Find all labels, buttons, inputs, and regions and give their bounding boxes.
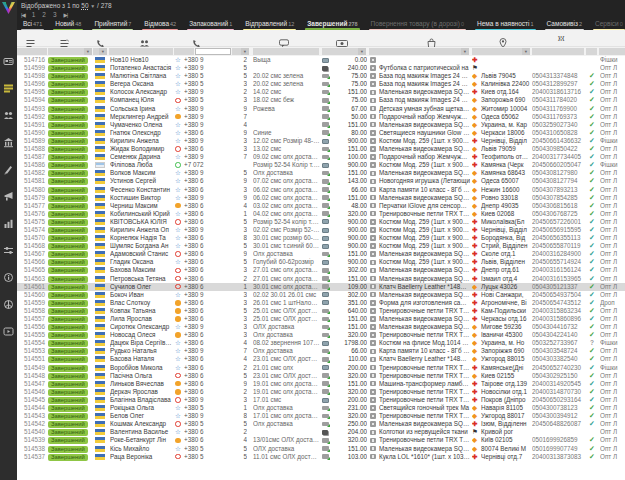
table-row[interactable]: 514596 Завершений Вегера Оксана ☆ +380 5… xyxy=(17,80,625,88)
table-row[interactable]: 514566 Завершений Гладик Оксана ☆ +380 6… xyxy=(17,258,625,266)
table-row[interactable]: 514555 Завершений Новосад Олеся +380 6 3… xyxy=(17,331,625,339)
check-cell: ✓ xyxy=(586,161,598,169)
table-row[interactable]: 514549 Завершений Воробйов Микола ☆ +380… xyxy=(17,364,625,372)
table-row[interactable]: 514547 Завершений Линьков Вячеслав +380 … xyxy=(17,380,625,388)
table-row[interactable]: 514574 Завершений Кирилич Анжела Оп ☆ +3… xyxy=(17,226,625,234)
table-row[interactable]: 514590 Завершений Гнатюк Олексндр ☆ +380… xyxy=(17,129,625,137)
count-cell: 9 xyxy=(215,194,247,202)
sidebar-item-id-card[interactable] xyxy=(0,48,17,75)
table-row[interactable]: 514558 Завершений Ковпак Татьяна +380 6 … xyxy=(17,307,625,315)
source-cell: ☆ xyxy=(175,445,183,453)
table-row[interactable]: 514545 Завершений Благінна Владіслава +3… xyxy=(17,396,625,404)
filter-order-id[interactable] xyxy=(17,48,47,55)
table-row[interactable]: 514538 Завершений Кісь Михайло ☆ +380 5 … xyxy=(17,445,625,453)
table-row[interactable]: 514576 Завершений Кобилинський Юрий ☆ +3… xyxy=(17,210,625,218)
table-row[interactable]: 514582 Завершений Волков Максим ☆ +380 9… xyxy=(17,169,625,177)
page-2-button[interactable]: 2 xyxy=(42,11,46,18)
source-cell: ☆ xyxy=(175,412,183,420)
filter-price-caret-icon[interactable]: ▾ xyxy=(358,48,366,55)
source-icon: ☆ xyxy=(175,194,181,202)
sidebar-item-crm-hand[interactable] xyxy=(0,156,17,183)
table-row[interactable]: 514716 Завершений Нов10 Нов10 ☆ +380 9 2… xyxy=(17,56,625,64)
table-row[interactable]: 514559 Завершений Влас Слоткоу +380 6 3 … xyxy=(17,299,625,307)
sidebar-item-support[interactable] xyxy=(0,291,17,318)
last-page-icon[interactable]: ▶| xyxy=(64,12,68,18)
column-ttn-icon[interactable]: }¦{ xyxy=(558,35,564,41)
sidebar-item-orders[interactable] xyxy=(0,75,17,102)
filter-product[interactable] xyxy=(369,48,469,55)
comment-cell: Олх доставка xyxy=(253,420,320,428)
payment-type-icon xyxy=(322,139,329,144)
table-row[interactable]: 514554 Завершений Дацюк Віра Сергіївна ☆… xyxy=(17,339,625,347)
sidebar-item-video[interactable] xyxy=(0,318,17,345)
sidebar-item-clients[interactable] xyxy=(0,102,17,129)
product-icon-cell xyxy=(370,242,378,250)
table-row[interactable]: 514575 Завершений КВІТОВСЬКА ЮЛІЯ +380 6… xyxy=(17,218,625,226)
table-row[interactable]: 514588 Завершений Жидак Володимир +380 6… xyxy=(17,145,625,153)
table-row[interactable]: 514567 Завершений Адамовский Станис +380… xyxy=(17,250,625,258)
app-logo-icon[interactable] xyxy=(2,2,15,14)
table-row[interactable]: 514537 Завершений Раца Вероніка +380 5 5… xyxy=(17,453,625,461)
status-badge: Завершений xyxy=(48,437,88,444)
table-row[interactable]: 514556 Завершений Сиротюк Олександр ☆ +3… xyxy=(17,323,625,331)
filter-check[interactable] xyxy=(586,48,597,55)
table-row[interactable]: 514570 Завершений Корнелюк Надія Та ☆ +3… xyxy=(17,234,625,242)
table-row[interactable]: 514580 Завершений Фесенко Константин ☆ +… xyxy=(17,186,625,194)
per-page-caret-icon[interactable]: ▼ xyxy=(90,3,95,9)
table-row[interactable]: 514560 Завершений Бокоч Иван ☆ +380 9 3 … xyxy=(17,291,625,299)
table-row[interactable]: 514587 Завершений Семенюк Дарина ☆ +380 … xyxy=(17,153,625,161)
product-cell: Кукла LOL *1610* (1шт. х 103.00 xyxy=(379,453,470,461)
table-row[interactable]: 514553 Завершений Рудько Наталья ☆ +380 … xyxy=(17,347,625,355)
table-row[interactable]: 514561 Завершений Сучилов Олег +380 6 1 … xyxy=(17,283,625,291)
table-row[interactable]: 514598 Завершений Малютіна Світлана ☆ +3… xyxy=(17,72,625,80)
table-row[interactable]: 514599 Завершений Потапенко Анастасія ☆ … xyxy=(17,64,625,72)
table-row[interactable]: 514551 Завершений Басова Наталя ☆ +380 6… xyxy=(17,355,625,363)
filter-name[interactable] xyxy=(109,48,173,55)
page-3-button[interactable]: 3 xyxy=(53,11,57,18)
table-row[interactable]: 514577 Завершений Черниш Максим +380 6 4… xyxy=(17,202,625,210)
table-row[interactable]: 514543 Завершений Белов Олег ☆ +380 9 8 … xyxy=(17,412,625,420)
city-cell: Сколе отд.1 xyxy=(481,250,530,258)
status-cell: Завершений xyxy=(48,169,92,177)
table-row[interactable]: 514548 Завершений Пасічна Ольга +380 6 5… xyxy=(17,372,625,380)
filter-product-caret-icon[interactable]: ▾ xyxy=(461,48,469,55)
filter-supplier[interactable] xyxy=(599,48,625,55)
table-row[interactable]: 514591 Завершений Чумаченко Олена ☆ +380… xyxy=(17,121,625,129)
first-page-icon[interactable]: |◀ xyxy=(21,12,25,18)
filter-ttn[interactable] xyxy=(532,48,584,55)
sidebar-item-info[interactable] xyxy=(0,264,17,291)
filter-flag-caret-icon[interactable]: ▾ xyxy=(99,48,107,55)
table-row[interactable]: 514592 Завершений Мерклингер Андрей +380… xyxy=(17,113,625,121)
table-row[interactable]: 514557 Завершений Лила Ярослав +380 6 3 … xyxy=(17,315,625,323)
table-row[interactable]: 514589 Завершений Кирилич Анжела ☆ +380 … xyxy=(17,137,625,145)
table-row[interactable]: 514595 Завершений Колосок Александр ☆ +3… xyxy=(17,88,625,96)
table-row[interactable]: 514565 Завершений Бахова Максим +380 6 3… xyxy=(17,266,625,274)
sidebar-item-statistics[interactable] xyxy=(0,210,17,237)
page-1-button[interactable]: 1 xyxy=(32,11,36,18)
filter-comment[interactable] xyxy=(253,48,319,55)
table-row[interactable]: 514544 Завершений Рокіцька Ольга ☆ +380 … xyxy=(17,404,625,412)
sidebar-item-marketing[interactable] xyxy=(0,183,17,210)
table-row[interactable]: 514593 Завершений Сольська Ірина ☆ +380 … xyxy=(17,105,625,113)
table-row[interactable]: 514581 Завершений Устинов Сергей ☆ +380 … xyxy=(17,177,625,185)
table-row[interactable]: 514568 Завершений Шумляс Богдана Ан ☆ +3… xyxy=(17,242,625,250)
client-name-cell: Деркач Ярослав xyxy=(110,388,172,396)
table-row[interactable]: 514542 Завершений Кошмак Александр +380 … xyxy=(17,420,625,428)
table-row[interactable]: 514546 Завершений Деркач Ярослав +380 6 … xyxy=(17,388,625,396)
table-row[interactable]: 514539 Завершений Роке-Бетанкурт Лін +38… xyxy=(17,436,625,444)
filter-status-caret-icon[interactable]: ▾ xyxy=(84,48,92,55)
filter-city-caret-icon[interactable]: ▾ xyxy=(522,48,530,55)
table-row[interactable]: 514540 Завершений Валентина Василье ☆ +3… xyxy=(17,428,625,436)
sidebar-item-warehouse[interactable] xyxy=(0,129,17,156)
filter-count-caret-icon[interactable]: ▾ xyxy=(241,48,249,55)
sidebar-item-settings[interactable] xyxy=(0,237,17,264)
table-row[interactable]: 514586 Завершений Філіпова Люба +7 072 Р… xyxy=(17,161,625,169)
filter-source[interactable] xyxy=(174,48,194,55)
table-row[interactable]: 514594 Завершений Компанец Юля +380 5 3 … xyxy=(17,96,625,104)
status-tab-label: Відмова xyxy=(144,20,169,27)
filter-phone-input[interactable] xyxy=(195,48,231,55)
table-row[interactable]: 514579 Завершений Костишин Виктор ☆ +380… xyxy=(17,194,625,202)
source-cell xyxy=(175,266,183,274)
table-row[interactable]: 514563 Завершений Петровська Тетяна +380… xyxy=(17,275,625,283)
per-page-select[interactable]: 50 xyxy=(81,2,88,9)
